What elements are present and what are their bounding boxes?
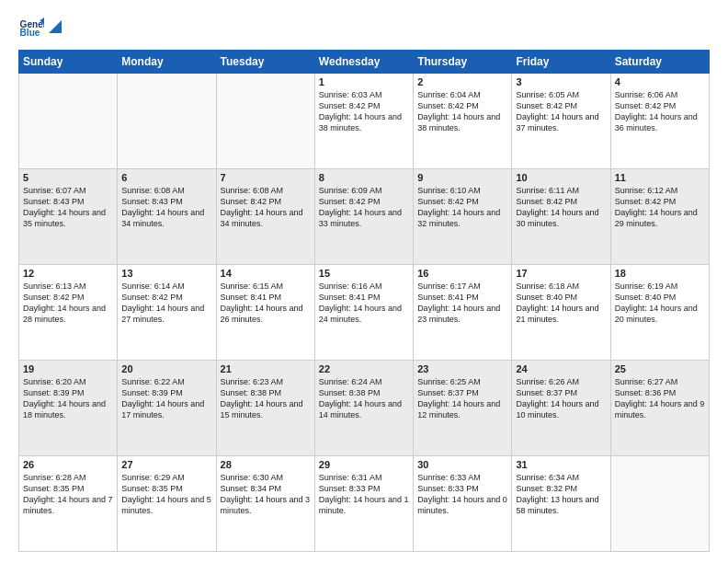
cell-text: Sunrise: 6:31 AMSunset: 8:33 PMDaylight:… xyxy=(319,472,409,517)
day-number: 30 xyxy=(417,459,507,470)
day-number: 22 xyxy=(319,363,409,374)
calendar-week-row: 1Sunrise: 6:03 AMSunset: 8:42 PMDaylight… xyxy=(19,74,710,169)
day-number: 13 xyxy=(121,268,211,279)
day-number: 21 xyxy=(221,363,311,374)
day-number: 9 xyxy=(417,172,507,183)
logo-triangle-icon xyxy=(49,20,62,33)
calendar-cell: 22Sunrise: 6:24 AMSunset: 8:38 PMDayligh… xyxy=(314,361,413,456)
calendar-cell: 24Sunrise: 6:26 AMSunset: 8:37 PMDayligh… xyxy=(512,361,610,456)
calendar-cell: 12Sunrise: 6:13 AMSunset: 8:42 PMDayligh… xyxy=(19,265,118,361)
cell-text: Sunrise: 6:08 AMSunset: 8:43 PMDaylight:… xyxy=(121,185,211,230)
day-number: 15 xyxy=(319,268,409,279)
day-header-tuesday: Tuesday xyxy=(216,51,314,74)
calendar-cell: 10Sunrise: 6:11 AMSunset: 8:42 PMDayligh… xyxy=(512,169,610,265)
day-header-friday: Friday xyxy=(512,51,610,74)
calendar-cell: 23Sunrise: 6:25 AMSunset: 8:37 PMDayligh… xyxy=(414,361,512,456)
cell-text: Sunrise: 6:22 AMSunset: 8:39 PMDaylight:… xyxy=(121,376,211,421)
cell-text: Sunrise: 6:12 AMSunset: 8:42 PMDaylight:… xyxy=(615,185,705,230)
cell-text: Sunrise: 6:20 AMSunset: 8:39 PMDaylight:… xyxy=(23,376,113,421)
cell-text: Sunrise: 6:28 AMSunset: 8:35 PMDaylight:… xyxy=(23,472,113,517)
day-number: 1 xyxy=(319,76,409,87)
calendar-cell: 5Sunrise: 6:07 AMSunset: 8:43 PMDaylight… xyxy=(19,169,118,265)
cell-text: Sunrise: 6:13 AMSunset: 8:42 PMDaylight:… xyxy=(23,281,113,326)
day-number: 12 xyxy=(23,268,113,279)
day-number: 6 xyxy=(121,172,211,183)
calendar-cell: 19Sunrise: 6:20 AMSunset: 8:39 PMDayligh… xyxy=(19,361,118,456)
cell-text: Sunrise: 6:08 AMSunset: 8:42 PMDaylight:… xyxy=(221,185,311,230)
cell-text: Sunrise: 6:07 AMSunset: 8:43 PMDaylight:… xyxy=(23,185,113,230)
calendar-week-row: 26Sunrise: 6:28 AMSunset: 8:35 PMDayligh… xyxy=(19,456,710,552)
calendar-cell: 18Sunrise: 6:19 AMSunset: 8:40 PMDayligh… xyxy=(610,265,709,361)
logo-icon: General Blue xyxy=(18,15,44,40)
calendar-cell: 30Sunrise: 6:33 AMSunset: 8:33 PMDayligh… xyxy=(414,456,512,552)
calendar-cell: 13Sunrise: 6:14 AMSunset: 8:42 PMDayligh… xyxy=(118,265,216,361)
day-number: 18 xyxy=(615,268,705,279)
calendar-week-row: 5Sunrise: 6:07 AMSunset: 8:43 PMDaylight… xyxy=(19,169,710,265)
day-header-wednesday: Wednesday xyxy=(314,51,413,74)
calendar-cell xyxy=(19,74,118,169)
cell-text: Sunrise: 6:34 AMSunset: 8:32 PMDaylight:… xyxy=(516,472,606,517)
day-number: 7 xyxy=(221,172,311,183)
calendar-header-row: SundayMondayTuesdayWednesdayThursdayFrid… xyxy=(19,51,710,74)
cell-text: Sunrise: 6:09 AMSunset: 8:42 PMDaylight:… xyxy=(319,185,409,230)
calendar-cell: 2Sunrise: 6:04 AMSunset: 8:42 PMDaylight… xyxy=(414,74,512,169)
calendar-cell xyxy=(216,74,314,169)
calendar-cell: 17Sunrise: 6:18 AMSunset: 8:40 PMDayligh… xyxy=(512,265,610,361)
calendar-cell: 25Sunrise: 6:27 AMSunset: 8:36 PMDayligh… xyxy=(610,361,709,456)
day-header-saturday: Saturday xyxy=(610,51,709,74)
day-number: 10 xyxy=(516,172,606,183)
cell-text: Sunrise: 6:18 AMSunset: 8:40 PMDaylight:… xyxy=(516,281,606,326)
cell-text: Sunrise: 6:33 AMSunset: 8:33 PMDaylight:… xyxy=(417,472,507,517)
header: General Blue xyxy=(18,15,710,40)
calendar-cell: 4Sunrise: 6:06 AMSunset: 8:42 PMDaylight… xyxy=(610,74,709,169)
calendar-cell: 31Sunrise: 6:34 AMSunset: 8:32 PMDayligh… xyxy=(512,456,610,552)
cell-text: Sunrise: 6:24 AMSunset: 8:38 PMDaylight:… xyxy=(319,376,409,421)
calendar-cell: 11Sunrise: 6:12 AMSunset: 8:42 PMDayligh… xyxy=(610,169,709,265)
cell-text: Sunrise: 6:10 AMSunset: 8:42 PMDaylight:… xyxy=(417,185,507,230)
cell-text: Sunrise: 6:26 AMSunset: 8:37 PMDaylight:… xyxy=(516,376,606,421)
cell-text: Sunrise: 6:06 AMSunset: 8:42 PMDaylight:… xyxy=(615,89,705,134)
day-number: 4 xyxy=(615,76,705,87)
day-number: 28 xyxy=(221,459,311,470)
day-number: 11 xyxy=(615,172,705,183)
calendar-cell: 6Sunrise: 6:08 AMSunset: 8:43 PMDaylight… xyxy=(118,169,216,265)
calendar-cell xyxy=(118,74,216,169)
day-number: 20 xyxy=(121,363,211,374)
cell-text: Sunrise: 6:14 AMSunset: 8:42 PMDaylight:… xyxy=(121,281,211,326)
calendar-cell: 9Sunrise: 6:10 AMSunset: 8:42 PMDaylight… xyxy=(414,169,512,265)
day-number: 16 xyxy=(417,268,507,279)
day-number: 3 xyxy=(516,76,606,87)
calendar-cell: 3Sunrise: 6:05 AMSunset: 8:42 PMDaylight… xyxy=(512,74,610,169)
calendar-cell: 21Sunrise: 6:23 AMSunset: 8:38 PMDayligh… xyxy=(216,361,314,456)
calendar-cell: 26Sunrise: 6:28 AMSunset: 8:35 PMDayligh… xyxy=(19,456,118,552)
calendar-cell: 7Sunrise: 6:08 AMSunset: 8:42 PMDaylight… xyxy=(216,169,314,265)
cell-text: Sunrise: 6:19 AMSunset: 8:40 PMDaylight:… xyxy=(615,281,705,326)
day-number: 27 xyxy=(121,459,211,470)
day-number: 26 xyxy=(23,459,113,470)
calendar-week-row: 19Sunrise: 6:20 AMSunset: 8:39 PMDayligh… xyxy=(19,361,710,456)
calendar-table: SundayMondayTuesdayWednesdayThursdayFrid… xyxy=(18,50,710,552)
cell-text: Sunrise: 6:04 AMSunset: 8:42 PMDaylight:… xyxy=(417,89,507,134)
day-number: 5 xyxy=(23,172,113,183)
cell-text: Sunrise: 6:17 AMSunset: 8:41 PMDaylight:… xyxy=(417,281,507,326)
svg-text:Blue: Blue xyxy=(20,28,40,38)
calendar-cell: 27Sunrise: 6:29 AMSunset: 8:35 PMDayligh… xyxy=(118,456,216,552)
svg-marker-3 xyxy=(49,20,62,33)
day-number: 24 xyxy=(516,363,606,374)
calendar-cell: 8Sunrise: 6:09 AMSunset: 8:42 PMDaylight… xyxy=(314,169,413,265)
day-number: 29 xyxy=(319,459,409,470)
cell-text: Sunrise: 6:11 AMSunset: 8:42 PMDaylight:… xyxy=(516,185,606,230)
day-number: 25 xyxy=(615,363,705,374)
calendar-cell: 28Sunrise: 6:30 AMSunset: 8:34 PMDayligh… xyxy=(216,456,314,552)
calendar-cell xyxy=(610,456,709,552)
cell-text: Sunrise: 6:05 AMSunset: 8:42 PMDaylight:… xyxy=(516,89,606,134)
cell-text: Sunrise: 6:25 AMSunset: 8:37 PMDaylight:… xyxy=(417,376,507,421)
day-number: 19 xyxy=(23,363,113,374)
day-number: 8 xyxy=(319,172,409,183)
day-number: 23 xyxy=(417,363,507,374)
cell-text: Sunrise: 6:03 AMSunset: 8:42 PMDaylight:… xyxy=(319,89,409,134)
calendar-cell: 15Sunrise: 6:16 AMSunset: 8:41 PMDayligh… xyxy=(314,265,413,361)
cell-text: Sunrise: 6:30 AMSunset: 8:34 PMDaylight:… xyxy=(221,472,311,517)
day-number: 14 xyxy=(221,268,311,279)
day-number: 2 xyxy=(417,76,507,87)
